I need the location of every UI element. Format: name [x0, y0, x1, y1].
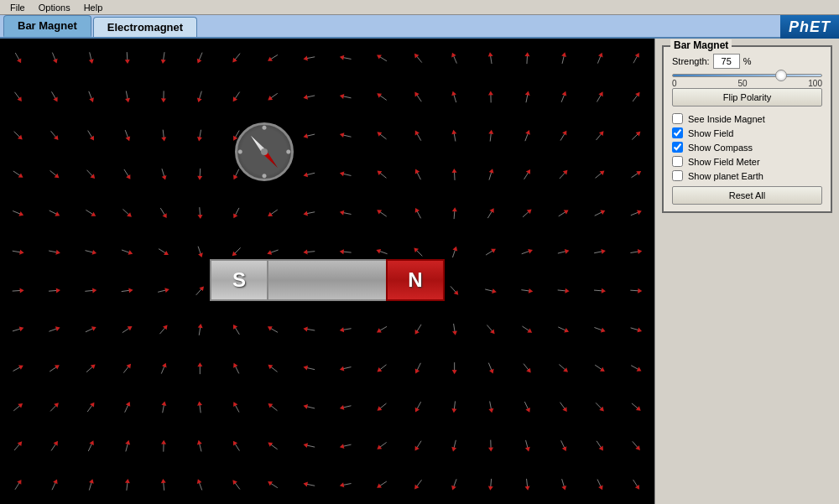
svg-marker-13: [232, 58, 237, 63]
svg-marker-143: [636, 171, 641, 175]
svg-marker-129: [378, 170, 383, 174]
slider-min-label: 0: [672, 79, 677, 88]
svg-marker-305: [526, 368, 530, 373]
svg-marker-225: [164, 288, 169, 293]
show-earth-label[interactable]: Show planet Earth: [688, 171, 763, 181]
svg-marker-211: [565, 249, 570, 254]
svg-marker-29: [524, 52, 529, 56]
svg-marker-27: [488, 52, 493, 56]
svg-marker-65: [525, 91, 530, 96]
svg-marker-351: [54, 441, 58, 446]
svg-marker-293: [304, 366, 309, 371]
slider-max-label: 100: [808, 79, 822, 88]
slider-labels: 0 50 100: [672, 79, 822, 88]
see-inside-checkbox[interactable]: [672, 113, 683, 124]
svg-marker-373: [451, 447, 456, 452]
svg-marker-109: [18, 173, 23, 177]
show-earth-row: Show planet Earth: [672, 170, 822, 181]
show-compass-checkbox[interactable]: [672, 142, 683, 153]
tab-bar-magnet[interactable]: Bar Magnet: [3, 15, 91, 37]
svg-marker-317: [90, 403, 94, 408]
svg-marker-367: [340, 444, 345, 449]
svg-marker-31: [561, 52, 566, 57]
svg-marker-269: [527, 328, 532, 332]
svg-marker-309: [600, 367, 605, 372]
svg-marker-265: [452, 330, 457, 335]
svg-marker-63: [488, 91, 493, 95]
svg-marker-43: [125, 98, 130, 102]
main-content: // Will be rendered by inline script bel…: [0, 39, 839, 504]
svg-marker-119: [197, 176, 202, 180]
compass-outer: [235, 122, 294, 181]
svg-marker-71: [635, 92, 639, 97]
svg-marker-369: [377, 444, 382, 449]
show-field-label[interactable]: Show Field: [688, 128, 733, 138]
svg-marker-375: [488, 448, 493, 452]
svg-marker-93: [377, 132, 382, 136]
compass-center: [261, 148, 268, 155]
svg-marker-247: [128, 326, 133, 330]
show-field-checkbox[interactable]: [672, 127, 683, 138]
show-field-meter-label[interactable]: Show Field Meter: [688, 157, 760, 167]
svg-marker-279: [55, 365, 60, 369]
svg-marker-233: [529, 288, 533, 294]
svg-marker-51: [268, 96, 273, 100]
svg-marker-23: [414, 54, 419, 59]
svg-marker-321: [161, 402, 166, 406]
show-earth-checkbox[interactable]: [672, 170, 683, 181]
strength-input[interactable]: [713, 54, 740, 69]
strength-slider-thumb[interactable]: [775, 70, 787, 81]
svg-marker-91: [340, 132, 345, 138]
svg-marker-407: [414, 485, 419, 490]
svg-marker-237: [602, 288, 606, 294]
bar-magnet[interactable]: S N: [210, 259, 445, 301]
svg-marker-223: [128, 288, 133, 293]
see-inside-row: See Inside Magnet: [672, 113, 822, 124]
magnet-south-pole: S: [210, 259, 268, 301]
svg-marker-365: [303, 443, 308, 448]
compass[interactable]: [235, 122, 294, 181]
show-field-meter-checkbox[interactable]: [672, 156, 683, 167]
see-inside-label[interactable]: See Inside Magnet: [688, 114, 765, 124]
flip-polarity-button[interactable]: Flip Polarity: [672, 88, 822, 107]
percent-label: %: [743, 56, 752, 66]
svg-marker-239: [638, 288, 642, 294]
menu-file[interactable]: File: [3, 2, 32, 13]
strength-label: Strength:: [672, 56, 710, 66]
svg-marker-301: [452, 370, 457, 374]
svg-marker-111: [55, 174, 60, 178]
svg-marker-217: [19, 288, 23, 294]
simulation-area[interactable]: // Will be rendered by inline script bel…: [0, 39, 654, 504]
tab-bar: Bar Magnet Electromagnet: [0, 15, 839, 39]
svg-marker-403: [340, 482, 344, 487]
svg-marker-5: [89, 59, 94, 64]
menu-help[interactable]: Help: [77, 2, 110, 13]
svg-marker-343: [562, 407, 566, 412]
svg-marker-99: [488, 130, 493, 134]
svg-marker-37: [17, 96, 21, 101]
strength-slider-track[interactable]: [672, 74, 822, 77]
menu-options[interactable]: Options: [32, 2, 77, 13]
show-compass-row: Show Compass: [672, 142, 822, 153]
svg-marker-197: [303, 250, 307, 255]
svg-marker-55: [340, 94, 345, 99]
svg-marker-45: [161, 98, 166, 102]
svg-marker-53: [303, 95, 308, 100]
svg-marker-219: [56, 288, 60, 293]
control-panel: Bar Magnet Strength: % 0 50 100 Flip Pol…: [654, 39, 839, 504]
show-compass-label[interactable]: Show Compass: [688, 143, 753, 153]
svg-marker-287: [197, 362, 202, 366]
svg-marker-397: [232, 480, 237, 485]
tab-electromagnet[interactable]: Electromagnet: [93, 17, 197, 37]
reset-all-button[interactable]: Reset All: [672, 186, 822, 205]
svg-marker-357: [161, 440, 166, 444]
svg-marker-411: [488, 486, 493, 491]
svg-marker-327: [268, 403, 274, 408]
svg-marker-413: [525, 486, 530, 491]
svg-marker-181: [19, 250, 23, 255]
svg-marker-399: [268, 481, 273, 486]
svg-marker-363: [268, 442, 273, 446]
magnet-body: [268, 259, 386, 301]
svg-marker-297: [377, 367, 382, 372]
svg-marker-89: [304, 133, 309, 138]
